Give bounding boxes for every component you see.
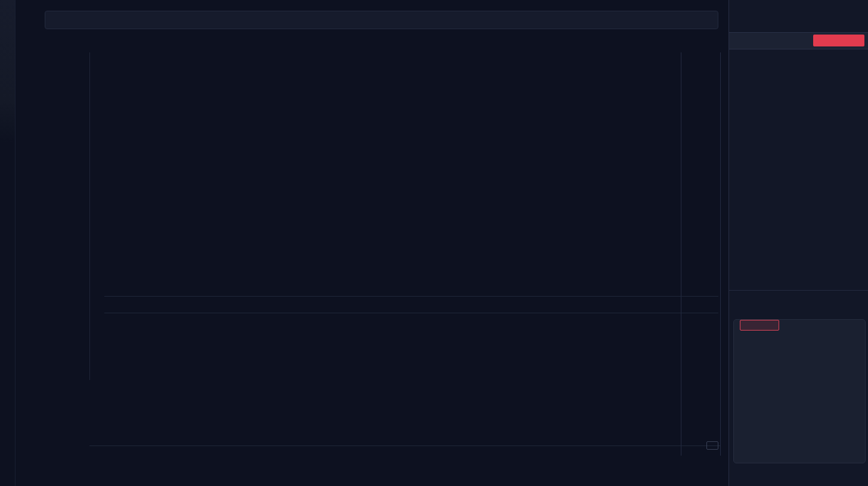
sell-button[interactable] (813, 35, 864, 46)
oscillator-axis (684, 314, 717, 444)
zoom-reset-button[interactable] (706, 441, 718, 450)
time-axis (104, 288, 681, 294)
panel-separator (720, 52, 721, 456)
divider (89, 446, 720, 446)
order-ticket-bar (729, 32, 868, 49)
divider (104, 313, 718, 313)
price-axis[interactable] (684, 66, 720, 286)
drawing-toolbar (0, 0, 16, 486)
close-all-button[interactable] (740, 320, 779, 331)
date-axis (89, 448, 689, 455)
candlestick-chart[interactable] (104, 66, 681, 286)
divider (729, 290, 868, 291)
trading-terminal (0, 0, 868, 486)
oscillator-panel[interactable] (104, 314, 681, 444)
axis-separator (681, 52, 681, 456)
insight-card (733, 319, 866, 463)
top-header-bar (45, 11, 718, 29)
watchlist-panel (15, 52, 90, 380)
divider (104, 296, 718, 297)
order-panel (728, 0, 868, 486)
